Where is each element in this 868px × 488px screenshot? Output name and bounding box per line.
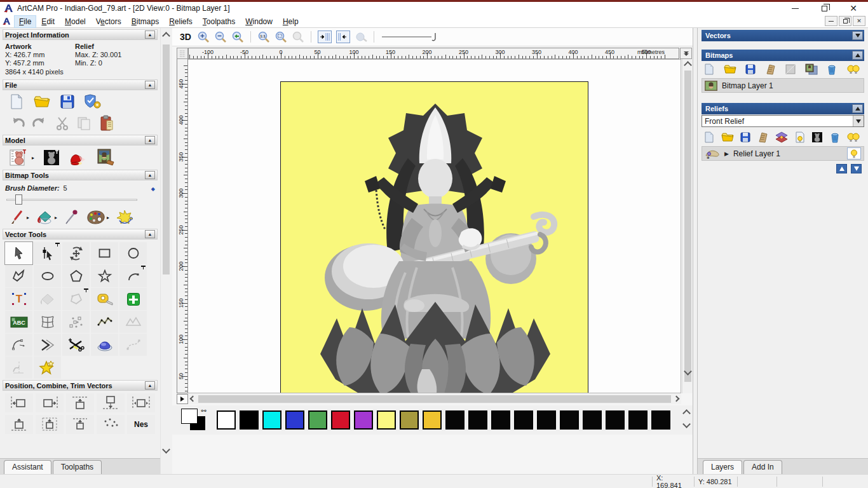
centre-in-box-icon[interactable] <box>36 415 64 434</box>
zoom-previous-icon[interactable] <box>231 30 244 43</box>
invert-model-icon[interactable] <box>43 149 60 166</box>
align-top-icon[interactable] <box>66 393 94 412</box>
palette-swatch-1[interactable] <box>240 410 259 430</box>
create-circle-tool[interactable] <box>119 242 147 264</box>
scrollbar-thumb[interactable] <box>684 71 691 382</box>
layer-visibility-button[interactable] <box>847 147 861 159</box>
toggle-all-visibility-icon[interactable] <box>846 132 860 143</box>
create-rectangle-tool[interactable] <box>91 242 118 264</box>
menu-file[interactable]: File <box>15 16 36 27</box>
copy-icon[interactable] <box>76 116 93 131</box>
create-arc-tool[interactable] <box>119 265 147 287</box>
canvas-horizontal-scrollbar[interactable] <box>188 394 681 404</box>
palette-swatch-17[interactable] <box>606 410 625 430</box>
drawing-canvas[interactable] <box>188 59 681 393</box>
tab-add-in[interactable]: Add In <box>743 460 782 474</box>
collapse-section-button[interactable]: ▲ <box>145 81 155 89</box>
bitmap-layer-row[interactable]: Bitmap Layer 1 <box>702 78 864 93</box>
layer-visibility-icon[interactable] <box>795 132 805 143</box>
menu-window[interactable]: Window <box>241 16 277 27</box>
slider-thumb[interactable] <box>15 194 22 205</box>
tab-layers[interactable]: Layers <box>703 460 742 474</box>
mdi-close-button[interactable]: ✕ <box>853 16 865 26</box>
mdi-minimize-button[interactable] <box>825 16 837 26</box>
centre-in-page-icon[interactable] <box>5 415 33 434</box>
zoom-out-icon[interactable] <box>214 30 227 43</box>
save-relief-icon[interactable] <box>740 132 750 142</box>
canvas-corner-button[interactable] <box>177 394 188 404</box>
scroll-right-icon[interactable] <box>674 396 680 402</box>
menu-model[interactable]: Model <box>60 16 90 27</box>
menu-bitmaps[interactable]: Bitmaps <box>127 16 163 27</box>
open-relief-icon[interactable] <box>721 132 734 142</box>
texture-icon[interactable] <box>765 64 776 75</box>
reduce-colours-icon[interactable] <box>116 209 133 226</box>
primary-secondary-colour-indicator[interactable]: ⚯ <box>180 407 208 433</box>
zoom-in-icon[interactable] <box>197 30 210 43</box>
relief-preview-icon[interactable] <box>811 132 823 143</box>
tab-toolpaths[interactable]: Toolpaths <box>53 460 102 474</box>
set-model-size-icon[interactable] <box>9 149 28 166</box>
image-layer-icon[interactable] <box>805 64 818 75</box>
create-text-tool[interactable]: T <box>5 288 32 310</box>
stack-layers-icon[interactable] <box>775 132 788 143</box>
palette-scrollbar[interactable] <box>681 405 693 435</box>
measure-tape-tool[interactable] <box>91 288 118 310</box>
primary-colour-swatch[interactable] <box>181 409 198 424</box>
create-polyline-tool[interactable] <box>5 265 32 287</box>
palette-swatch-19[interactable] <box>651 410 670 430</box>
envelope-distort-tool[interactable] <box>34 311 61 333</box>
create-star-tool[interactable] <box>91 265 118 287</box>
paste-icon[interactable] <box>99 115 114 132</box>
ruler-origin-button[interactable] <box>177 48 188 59</box>
align-right-icon[interactable] <box>36 393 64 412</box>
align-centre-h-icon[interactable] <box>127 393 155 412</box>
transform-vectors-tool[interactable] <box>62 242 90 264</box>
palette-swatch-8[interactable] <box>400 410 419 430</box>
fit-arc-tool[interactable] <box>5 334 32 356</box>
palette-swatch-5[interactable] <box>331 410 350 430</box>
flyout-arrow-icon[interactable]: ▸ <box>27 215 29 220</box>
align-left-icon[interactable] <box>5 393 33 412</box>
cut-icon[interactable] <box>55 116 70 131</box>
save-model-icon[interactable] <box>60 94 75 109</box>
palette-swatch-9[interactable] <box>423 410 442 430</box>
magic-wand-tool[interactable] <box>34 356 61 379</box>
scroll-left-icon[interactable] <box>190 396 196 402</box>
scroll-down-icon[interactable] <box>162 445 170 454</box>
minimize-button[interactable] <box>780 2 810 15</box>
menu-vectors[interactable]: Vectors <box>92 16 126 27</box>
collapse-section-button[interactable]: ▲ <box>145 136 155 144</box>
palette-swatch-12[interactable] <box>491 410 510 430</box>
palette-swatch-18[interactable] <box>628 410 648 430</box>
collapse-section-button[interactable]: ▲ <box>145 230 155 238</box>
colour-picker-icon[interactable] <box>64 209 80 226</box>
close-button[interactable]: ✕ <box>839 2 868 15</box>
menu-edit[interactable]: Edit <box>37 16 59 27</box>
create-polygon-tool[interactable] <box>62 265 90 287</box>
snap-toggle-right[interactable] <box>336 30 350 43</box>
move-layer-down-button[interactable] <box>851 164 862 173</box>
menu-toolpaths[interactable]: Toolpaths <box>198 16 240 27</box>
flyout-arrow-icon[interactable]: ▸ <box>32 155 34 161</box>
collapse-bitmaps-button[interactable] <box>852 51 863 60</box>
extrude-dome-tool[interactable] <box>91 334 118 356</box>
snap-cross-tool[interactable] <box>119 288 147 310</box>
trim-vectors-tool[interactable] <box>62 334 90 356</box>
fit-polyline-tool[interactable] <box>91 311 118 333</box>
palette-swatch-13[interactable] <box>514 410 533 430</box>
redo-icon[interactable] <box>32 116 48 130</box>
tab-assistant[interactable]: Assistant <box>4 460 51 474</box>
align-bottom-icon[interactable] <box>97 393 125 412</box>
flyout-diamond-icon[interactable]: ◆ <box>151 186 155 192</box>
canvas-vertical-scrollbar[interactable] <box>682 59 693 393</box>
link-colours-icon[interactable]: ⚯ <box>201 407 207 414</box>
load-image-icon[interactable] <box>97 149 116 166</box>
bitmap-artwork[interactable] <box>280 81 588 393</box>
undo-icon[interactable] <box>9 116 25 130</box>
node-editing-tool[interactable] <box>34 242 61 264</box>
palette-swatch-3[interactable] <box>285 410 304 430</box>
create-ellipse-tool[interactable] <box>34 265 61 287</box>
palette-swatch-10[interactable] <box>445 410 465 430</box>
zoom-fit-icon[interactable] <box>275 30 287 43</box>
